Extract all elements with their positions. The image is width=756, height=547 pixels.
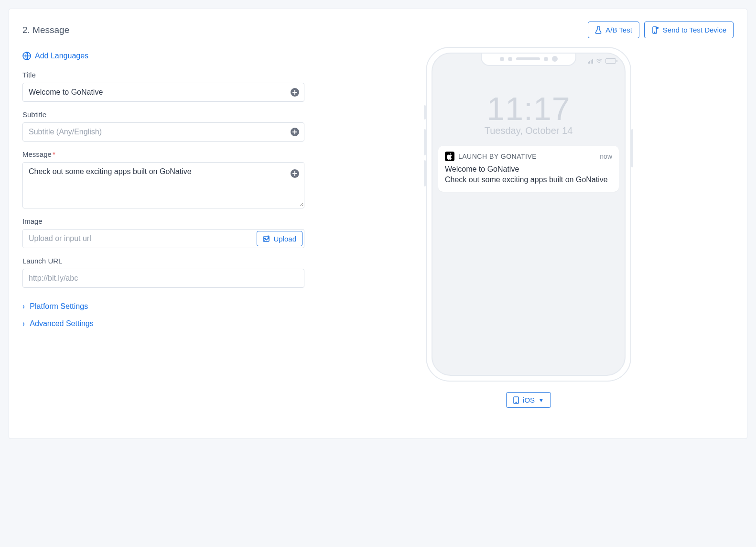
chevron-right-icon: ›: [23, 319, 25, 328]
header-button-group: A/B Test Send to Test Device: [588, 22, 734, 38]
body-row: Add Languages Title Subtitle Message*: [22, 52, 734, 408]
phone-side-button: [424, 105, 426, 120]
message-add-variant-icon[interactable]: [291, 169, 299, 178]
subtitle-field: Subtitle: [22, 110, 304, 142]
title-input[interactable]: [23, 83, 304, 101]
section-header: 2. Message A/B Test Send to Test Device: [22, 22, 734, 38]
message-field: Message*: [22, 150, 304, 208]
svg-point-5: [265, 238, 266, 239]
image-label: Image: [22, 217, 304, 225]
launch-url-input[interactable]: [23, 269, 304, 287]
phone-icon: [513, 396, 519, 404]
flask-icon: [595, 26, 602, 34]
battery-icon: [605, 58, 616, 64]
lockscreen-date: Tuesday, October 14: [432, 125, 625, 136]
svg-point-7: [516, 402, 517, 403]
notification-title: Welcome to GoNative: [445, 165, 612, 174]
ab-test-label: A/B Test: [605, 26, 632, 34]
upload-label: Upload: [273, 235, 296, 243]
phone-screen: 11:17 Tuesday, October 14 LAUNCH BY GONA…: [432, 53, 626, 376]
device-send-icon: [651, 26, 659, 34]
message-textarea[interactable]: [23, 163, 304, 207]
launch-url-label: Launch URL: [22, 257, 304, 265]
required-indicator: *: [53, 150, 55, 158]
ab-test-button[interactable]: A/B Test: [588, 22, 639, 38]
form-column: Add Languages Title Subtitle Message*: [22, 52, 304, 408]
advanced-settings-toggle[interactable]: › Advanced Settings: [22, 319, 94, 328]
platform-settings-label: Platform Settings: [30, 302, 88, 311]
app-icon: [445, 152, 454, 161]
lockscreen-time: 11:17: [432, 90, 625, 127]
notification-body: Check out some exciting apps built on Go…: [445, 175, 612, 185]
launch-url-field: Launch URL: [22, 257, 304, 288]
title-add-variant-icon[interactable]: [291, 88, 299, 97]
phone-side-button: [631, 129, 633, 167]
svg-point-1: [654, 32, 655, 32]
preview-column: 11:17 Tuesday, October 14 LAUNCH BY GONA…: [324, 52, 734, 408]
wifi-icon: [596, 58, 603, 64]
advanced-settings-label: Advanced Settings: [30, 319, 93, 328]
image-url-input[interactable]: [23, 230, 255, 248]
signal-icon: [588, 58, 593, 64]
upload-icon: [263, 235, 270, 242]
phone-mock: 11:17 Tuesday, October 14 LAUNCH BY GONA…: [426, 47, 631, 382]
notification-timestamp: now: [600, 153, 612, 160]
add-languages-link[interactable]: Add Languages: [22, 52, 88, 60]
preview-platform-label: iOS: [523, 396, 535, 404]
notification-app-name: LAUNCH BY GONATIVE: [458, 153, 537, 160]
title-label: Title: [22, 71, 304, 79]
subtitle-add-variant-icon[interactable]: [291, 128, 299, 136]
phone-side-button: [424, 129, 426, 155]
phone-notch: [481, 53, 576, 66]
upload-button[interactable]: Upload: [257, 231, 302, 246]
message-label: Message*: [22, 150, 304, 158]
notification-card: LAUNCH BY GONATIVE now Welcome to GoNati…: [438, 146, 619, 192]
section-title: 2. Message: [22, 25, 69, 35]
message-section-card: 2. Message A/B Test Send to Test Device …: [9, 9, 747, 439]
globe-icon: [22, 52, 31, 60]
caret-down-icon: ▼: [539, 397, 544, 403]
platform-settings-toggle[interactable]: › Platform Settings: [22, 302, 88, 311]
preview-platform-selector[interactable]: iOS ▼: [506, 392, 551, 408]
image-field: Image Upload: [22, 217, 304, 248]
subtitle-label: Subtitle: [22, 110, 304, 119]
svg-rect-2: [656, 27, 659, 29]
send-to-test-device-label: Send to Test Device: [663, 26, 726, 34]
subtitle-input[interactable]: [23, 123, 304, 141]
chevron-right-icon: ›: [23, 302, 25, 311]
title-field: Title: [22, 71, 304, 102]
phone-side-button: [424, 160, 426, 186]
add-languages-label: Add Languages: [35, 52, 88, 60]
send-to-test-device-button[interactable]: Send to Test Device: [644, 22, 734, 38]
